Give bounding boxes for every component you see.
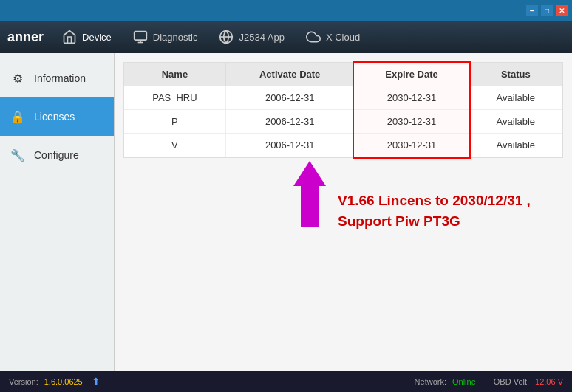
maximize-button[interactable]: □ (541, 5, 553, 16)
cell-expire-1: 2030-12-31 (354, 86, 469, 110)
table-row: PAS HRU 2006-12-31 2030-12-31 Available (124, 86, 562, 110)
monitor-icon (132, 29, 149, 45)
nav-item-xcloud[interactable]: X Cloud (296, 24, 369, 49)
arrow-annotation (293, 161, 326, 227)
cell-status-3: Available (469, 134, 562, 157)
status-bar: Version: 1.6.0.0625 ⬆ Network: Online OB… (0, 371, 572, 392)
obd-value: 12.06 V (535, 377, 563, 386)
cell-name-2: P (124, 110, 225, 134)
version-value: 1.6.0.0625 (44, 377, 83, 386)
sidebar-item-licenses[interactable]: 🔒 Licenses (0, 97, 114, 136)
nav-bar: anner Device Diagnostic J2534 App (0, 21, 572, 53)
arrow-head (293, 161, 326, 186)
cell-activate-1: 2006-12-31 (225, 86, 354, 110)
table-header-row: Name Activate Date Expire Date Status (124, 63, 562, 86)
licenses-table-section: Name Activate Date Expire Date Status PA… (123, 62, 563, 158)
lock-icon: 🔒 (9, 108, 27, 125)
upload-icon: ⬆ (92, 376, 101, 388)
nav-j2534-label: J2534 App (239, 32, 284, 43)
nav-item-diagnostic[interactable]: Diagnostic (123, 24, 207, 49)
version-label: Version: (9, 377, 38, 386)
sidebar: ⚙ Information 🔒 Licenses 🔧 Configure (0, 53, 115, 371)
cell-expire-3: 2030-12-31 (354, 134, 469, 157)
cell-status-1: Available (469, 86, 562, 110)
close-button[interactable]: ✕ (556, 5, 568, 16)
globe-icon (218, 29, 234, 45)
col-header-status: Status (469, 63, 562, 86)
app-logo: anner (7, 30, 44, 45)
main-area: ⚙ Information 🔒 Licenses 🔧 Configure Nam… (0, 53, 572, 371)
cell-activate-3: 2006-12-31 (225, 134, 354, 157)
sidebar-licenses-label: Licenses (34, 111, 75, 123)
title-bar: − □ ✕ (0, 0, 572, 21)
cloud-icon (305, 29, 321, 45)
sidebar-item-configure[interactable]: 🔧 Configure (0, 136, 114, 174)
cell-expire-2: 2030-12-31 (354, 110, 469, 134)
licenses-table-wrapper: Name Activate Date Expire Date Status PA… (123, 62, 563, 158)
nav-diagnostic-label: Diagnostic (153, 32, 198, 43)
network-value: Online (452, 377, 476, 386)
annotation-text: V1.66 Lincens to 2030/12/31 , Support Pi… (338, 190, 531, 231)
cell-status-2: Available (469, 110, 562, 134)
obd-label: OBD Volt: (494, 377, 529, 386)
nav-item-device[interactable]: Device (52, 24, 120, 49)
content-area: Name Activate Date Expire Date Status PA… (115, 53, 572, 371)
sidebar-configure-label: Configure (34, 149, 79, 161)
col-header-activate-date: Activate Date (225, 63, 354, 86)
annotation-line2: Support Piw PT3G (338, 211, 531, 232)
nav-xcloud-label: X Cloud (326, 32, 360, 43)
table-row: P 2006-12-31 2030-12-31 Available (124, 110, 562, 134)
gear-icon: ⚙ (9, 69, 27, 87)
annotation-line1: V1.66 Lincens to 2030/12/31 , (338, 190, 531, 211)
minimize-button[interactable]: − (526, 5, 538, 16)
sidebar-information-label: Information (34, 72, 86, 84)
home-icon (61, 29, 78, 45)
table-row: V 2006-12-31 2030-12-31 Available (124, 134, 562, 157)
cell-name-1: PAS HRU (124, 86, 225, 110)
annotation-area: V1.66 Lincens to 2030/12/31 , Support Pi… (123, 161, 563, 231)
nav-device-label: Device (82, 32, 112, 43)
arrow-shaft (301, 186, 319, 227)
network-label: Network: (415, 377, 446, 386)
col-header-name: Name (124, 63, 225, 86)
cell-name-3: V (124, 134, 225, 157)
nav-item-j2534[interactable]: J2534 App (209, 24, 293, 49)
svg-rect-0 (134, 32, 146, 41)
window-controls: − □ ✕ (526, 5, 568, 16)
wrench-icon: 🔧 (9, 146, 27, 164)
licenses-table: Name Activate Date Expire Date Status PA… (124, 63, 562, 157)
cell-activate-2: 2006-12-31 (225, 110, 354, 134)
sidebar-item-information[interactable]: ⚙ Information (0, 59, 114, 97)
col-header-expire-date: Expire Date (354, 63, 469, 86)
